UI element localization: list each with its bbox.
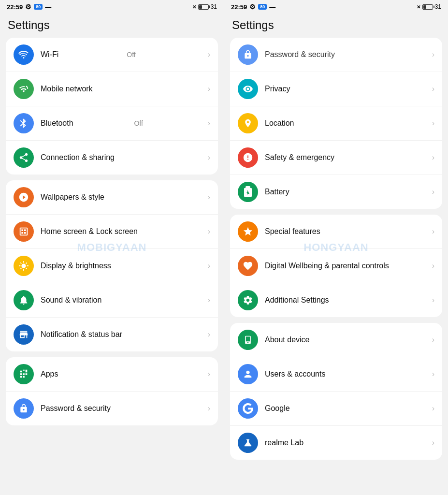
password-security-right-chevron: › [432,50,434,59]
settings-item-password-security-right[interactable]: Password & security › [230,38,442,72]
time-right: 22:59 [231,3,247,11]
card-connectivity: Wi-Fi Off › Mobile network › [6,38,218,175]
password-security-left-chevron: › [208,404,210,413]
display-brightness-text: Display & brightness › [41,261,210,271]
status-right-right: ✕ 31 [417,3,441,10]
wifi-label: Wi-Fi [41,50,58,60]
home-screen-chevron: › [208,227,210,236]
apps-chevron: › [208,370,210,379]
realme-lab-chevron: › [432,438,434,447]
card-special: Special features › Digital Wellbeing & p… [230,215,442,317]
settings-item-sound-vibration[interactable]: Sound & vibration › [6,283,218,318]
display-brightness-label: Display & brightness [41,261,111,271]
wallpapers-label: Wallpapers & style [41,192,104,203]
settings-item-privacy[interactable]: Privacy › [230,72,442,106]
bluetooth-chevron: › [208,119,210,128]
about-device-chevron: › [432,335,434,344]
connection-sharing-text: Connection & sharing › [41,153,210,163]
settings-item-home-screen[interactable]: Home screen & Lock screen › [6,215,218,249]
settings-item-realme-lab[interactable]: realme Lab › [230,426,442,460]
additional-settings-text: Additional Settings › [265,295,434,306]
privacy-text: Privacy › [265,84,434,94]
settings-item-bluetooth[interactable]: Bluetooth Off › [6,106,218,141]
home-screen-text: Home screen & Lock screen › [41,227,210,237]
settings-item-wifi[interactable]: Wi-Fi Off › [6,38,218,72]
home-screen-icon [14,221,34,242]
settings-item-notification-status[interactable]: Notification & status bar › [6,318,218,351]
settings-item-location[interactable]: Location › [230,106,442,141]
gear-icon-left: ⚙ [25,3,31,11]
location-icon [238,113,258,133]
battery-settings-chevron: › [432,188,434,196]
safety-emergency-icon [238,147,258,168]
special-features-chevron: › [432,227,434,236]
bluetooth-label: Bluetooth [41,118,73,129]
safety-emergency-label: Safety & emergency [265,153,334,163]
sound-vibration-text: Sound & vibration › [41,295,210,306]
status-right-left: ✕ 31 [192,3,217,10]
status-bar-right: 22:59 ⚙ 80 — ✕ 31 [224,0,448,13]
card-display: Wallpapers & style › Home screen & Lock … [6,180,218,351]
notification-status-icon [14,324,34,345]
notification-status-text: Notification & status bar › [41,330,210,340]
about-device-text: About device › [265,335,434,345]
bluetooth-status: Off [134,119,143,127]
sound-vibration-icon [14,290,34,310]
location-label: Location [265,118,294,129]
additional-settings-label: Additional Settings [265,295,329,306]
settings-item-about-device[interactable]: About device › [230,323,442,357]
settings-item-battery[interactable]: Battery › [230,175,442,209]
settings-item-users-accounts[interactable]: Users & accounts › [230,357,442,392]
password-security-left-label: Password & security [41,404,111,414]
settings-item-digital-wellbeing[interactable]: Digital Wellbeing & parental controls › [230,249,442,283]
location-text: Location › [265,118,434,129]
battery-x-left: ✕ [192,4,196,10]
display-brightness-chevron: › [208,262,210,270]
wallpapers-icon [14,187,34,207]
card-apps: Apps › Password & security › [6,357,218,425]
wifi-text: Wi-Fi Off › [41,50,210,60]
settings-item-additional-settings[interactable]: Additional Settings › [230,283,442,317]
settings-item-mobile-network[interactable]: Mobile network › [6,72,218,106]
card-privacy: Password & security › Privacy › [230,38,442,209]
apps-icon [14,364,34,384]
password-security-left-icon [14,398,34,419]
realme-lab-text: realme Lab › [265,438,434,448]
settings-item-wallpapers[interactable]: Wallpapers & style › [6,180,218,215]
additional-settings-chevron: › [432,296,434,305]
digital-wellbeing-chevron: › [432,262,434,270]
about-device-label: About device [265,335,310,345]
mobile-network-text: Mobile network › [41,84,210,94]
notification-status-label: Notification & status bar [41,330,122,340]
settings-item-safety-emergency[interactable]: Safety & emergency › [230,141,442,175]
settings-item-connection-sharing[interactable]: Connection & sharing › [6,141,218,175]
realme-lab-icon [238,433,258,453]
status-left-right: 22:59 ⚙ 80 — [231,3,275,11]
home-screen-label: Home screen & Lock screen [41,227,138,237]
users-accounts-label: Users & accounts [265,369,325,379]
right-phone-panel: 22:59 ⚙ 80 — ✕ 31 Settings [224,0,448,495]
gear-icon-right: ⚙ [249,3,256,11]
mobile-network-label: Mobile network [41,84,93,94]
mobile-network-icon [14,79,34,99]
users-accounts-text: Users & accounts › [265,369,434,379]
settings-item-google[interactable]: Google › [230,392,442,426]
settings-item-password-security-left[interactable]: Password & security › [6,392,218,425]
battery-settings-text: Battery › [265,187,434,197]
battery-x-right: ✕ [417,4,420,10]
wallpapers-chevron: › [208,193,210,202]
password-security-right-icon [238,44,258,65]
special-features-icon [238,221,258,242]
digital-wellbeing-label: Digital Wellbeing & parental controls [265,261,430,271]
card-device: About device › Users & accounts › [230,323,442,460]
tag-left: 80 [34,4,43,10]
users-accounts-icon [238,364,258,384]
settings-item-apps[interactable]: Apps › [6,357,218,392]
location-chevron: › [432,119,434,128]
settings-item-special-features[interactable]: Special features › [230,215,442,249]
battery-settings-icon [238,182,258,202]
about-device-icon [238,330,258,350]
battery-settings-label: Battery [265,187,289,197]
wifi-status: Off [127,51,135,58]
settings-item-display-brightness[interactable]: Display & brightness › [6,249,218,283]
